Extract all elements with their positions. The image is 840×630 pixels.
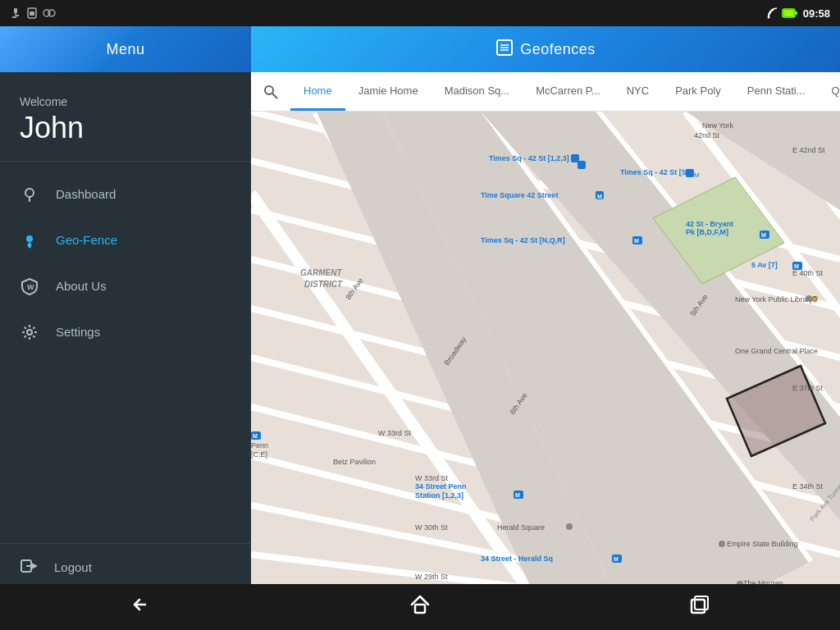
dashboard-label: Dashboard (56, 187, 116, 201)
sidebar-nav: Dashboard Geo-Fence W About Us Settings (0, 162, 251, 543)
tab-bar: Home Jamie Home Madison Sq... McCarren P… (251, 72, 840, 112)
battery-icon: ⚡ (782, 7, 798, 19)
sidebar-item-dashboard[interactable]: Dashboard (0, 171, 251, 217)
svg-text:W 33rd St: W 33rd St (415, 474, 449, 482)
geo-fence-label: Geo-Fence (56, 233, 117, 247)
main-content: Home Jamie Home Madison Sq... McCarren P… (251, 72, 840, 604)
svg-text:5 Av [7]: 5 Av [7] (751, 261, 778, 269)
svg-text:[C,E]: [C,E] (251, 450, 267, 459)
sidebar-item-geo-fence[interactable]: Geo-Fence (0, 217, 251, 263)
svg-text:E 37th St: E 37th St (792, 384, 824, 392)
about-us-label: About Us (56, 279, 107, 293)
svg-rect-3 (16, 15, 19, 16)
svg-text:New York: New York (702, 121, 734, 130)
svg-text:Pk [B,D,F,M]: Pk [B,D,F,M] (686, 228, 728, 236)
svg-point-7 (48, 10, 55, 16)
svg-point-17 (27, 330, 32, 335)
svg-point-15 (26, 235, 33, 242)
settings-label: Settings (56, 325, 100, 339)
location-pin-icon (20, 231, 39, 250)
sidebar-item-about-us[interactable]: W About Us (0, 263, 251, 309)
tab-park-poly[interactable]: Park Poly (662, 72, 734, 111)
svg-text:W 29th St: W 29th St (415, 573, 448, 581)
svg-text:34 Street Penn: 34 Street Penn (415, 482, 467, 491)
status-bar: ⚡ 09:58 (0, 0, 840, 26)
svg-text:⚡: ⚡ (786, 10, 793, 17)
tab-nyc[interactable]: NYC (614, 72, 662, 111)
home-button[interactable] (376, 587, 464, 628)
settings-icon (20, 322, 39, 342)
svg-text:M: M (253, 433, 258, 439)
svg-text:🦁: 🦁 (811, 295, 819, 303)
svg-text:W 33rd St: W 33rd St (378, 429, 412, 437)
svg-point-8 (767, 16, 769, 19)
user-name: John (20, 112, 231, 144)
tab-madison-sq[interactable]: Madison Sq... (431, 72, 523, 111)
svg-rect-112 (415, 605, 425, 613)
svg-text:Times Sq - 42 St [S]: Times Sq - 42 St [S] (620, 168, 689, 176)
svg-text:One Grand Central Place: One Grand Central Place (735, 347, 818, 355)
svg-text:W: W (27, 283, 34, 291)
svg-rect-0 (14, 8, 17, 13)
svg-text:Herald Square: Herald Square (497, 523, 545, 532)
search-icon[interactable] (251, 72, 290, 112)
svg-text:42nd St: 42nd St (694, 131, 720, 139)
tab-penn-stati[interactable]: Penn Stati... (734, 72, 819, 111)
svg-text:Times Sq - 42 St [N,Q,R]: Times Sq - 42 St [N,Q,R] (481, 236, 565, 244)
map-svg: 8th Ave 6th Ave 5th Ave Broadway New Yor… (251, 112, 840, 604)
svg-rect-10 (795, 11, 797, 15)
svg-text:Time Square 42 Street: Time Square 42 Street (481, 191, 558, 199)
usb-icon (10, 7, 21, 19)
svg-text:M: M (614, 556, 619, 562)
svg-text:M: M (579, 163, 585, 171)
svg-point-14 (25, 189, 34, 197)
tab-jamie-home[interactable]: Jamie Home (345, 72, 431, 111)
recent-apps-button[interactable] (655, 587, 744, 628)
welcome-text: Welcome (20, 95, 231, 108)
header-main-label: Geofences (520, 41, 596, 58)
svg-text:Penn: Penn (251, 441, 268, 450)
svg-point-95 (566, 523, 573, 530)
svg-text:M: M (694, 171, 700, 179)
location-icon (20, 185, 39, 204)
sidebar-item-settings[interactable]: Settings (0, 309, 251, 355)
sidebar: Welcome John Dashboard Geo-Fence W About… (0, 72, 251, 604)
header: Menu Geofences (0, 26, 840, 72)
status-time: 09:58 (803, 7, 830, 20)
tab-home[interactable]: Home (290, 72, 345, 111)
sidebar-welcome: Welcome John (0, 72, 251, 162)
svg-text:GARMENT: GARMENT (300, 268, 342, 277)
svg-text:M: M (761, 232, 766, 238)
status-icons-right: ⚡ 09:58 (760, 7, 830, 20)
map-area[interactable]: 8th Ave 6th Ave 5th Ave Broadway New Yor… (251, 112, 840, 604)
svg-text:M: M (634, 238, 639, 244)
nav-bar (0, 584, 840, 630)
svg-text:New York Public Library: New York Public Library (735, 295, 814, 304)
wifi-icon (760, 7, 777, 19)
tabs-container: Home Jamie Home Madison Sq... McCarren P… (290, 72, 840, 111)
svg-text:DISTRICT: DISTRICT (304, 280, 343, 289)
svg-text:M: M (794, 263, 799, 269)
svg-text:E 40th St: E 40th St (792, 269, 824, 277)
shield-icon: W (20, 276, 39, 296)
svg-rect-113 (692, 600, 705, 613)
header-menu-button[interactable]: Menu (0, 26, 251, 72)
svg-text:Station [1,2,3]: Station [1,2,3] (415, 491, 463, 500)
svg-text:Betz Pavilion: Betz Pavilion (333, 458, 376, 466)
sim-icon (26, 7, 38, 19)
svg-rect-114 (695, 596, 708, 609)
back-button[interactable] (96, 587, 185, 628)
logout-icon (20, 557, 38, 578)
svg-text:M: M (515, 492, 520, 498)
tab-mccarren-p[interactable]: McCarren P... (523, 72, 614, 111)
logout-label: Logout (54, 560, 92, 574)
svg-text:Empire State Building: Empire State Building (727, 540, 798, 548)
status-icons-left (10, 7, 56, 19)
svg-rect-62 (571, 154, 579, 162)
svg-rect-2 (12, 16, 15, 18)
media-icon (43, 7, 56, 19)
svg-point-104 (719, 541, 725, 547)
svg-text:42 St - Bryant: 42 St - Bryant (686, 220, 733, 228)
svg-text:W 30th St: W 30th St (415, 523, 448, 532)
tab-queens[interactable]: Queens (819, 72, 840, 111)
